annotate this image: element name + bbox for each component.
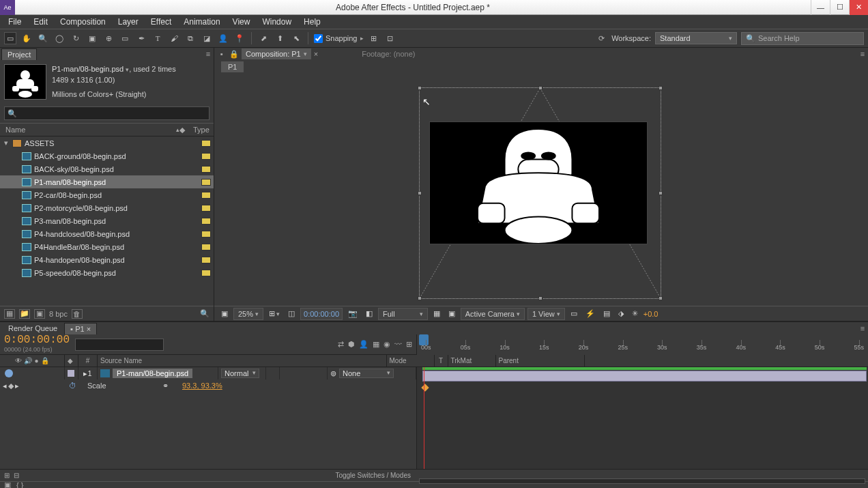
hand-tool[interactable]: ✋ [20, 32, 33, 44]
view-axis-icon[interactable]: ⬉ [290, 32, 302, 44]
viewer-timecode[interactable]: 0:00:00:00 [300, 308, 343, 320]
maximize-button[interactable]: ☐ [830, 0, 849, 15]
video-switch-icon[interactable]: 👁 [15, 357, 22, 364]
3d-view-icon[interactable]: ▣ [446, 308, 458, 319]
search-help-input[interactable]: 🔍 Search Help [741, 32, 864, 45]
tab-close-icon[interactable]: × [314, 50, 318, 58]
type-tool[interactable]: T [151, 32, 164, 44]
region-icon[interactable]: ▣ [218, 308, 231, 319]
collapse-icon[interactable]: ⊟ [14, 472, 19, 479]
comp-panel-menu-icon[interactable]: ≡ [857, 50, 868, 58]
blend-mode-select[interactable]: Normal▾ [221, 369, 259, 378]
asset-row[interactable]: P4-handopen/08-begin.psd [0, 253, 214, 266]
menu-edit[interactable]: Edit [28, 16, 53, 28]
asset-row[interactable]: P2-motorcycle/08-begin.psd [0, 201, 214, 214]
reset-exposure-icon[interactable]: ✳ [629, 308, 641, 319]
project-search-input[interactable]: 🔍 [4, 106, 209, 120]
mask-icon[interactable]: ◫ [285, 308, 298, 319]
timeline-timecode[interactable]: 0:00:00:00 00000 (24.00 fps) [4, 335, 70, 354]
composition-viewer[interactable]: ↖ [214, 74, 868, 306]
pan-behind-tool[interactable]: ⊕ [102, 32, 115, 44]
exposure-value[interactable]: +0.0 [643, 310, 659, 318]
col-label-header[interactable]: ◆ [179, 126, 193, 134]
camera-select[interactable]: Active Camera▾ [461, 308, 525, 320]
snap-option-icon[interactable]: ⊞ [368, 32, 380, 44]
lock-icon-2[interactable]: 🔒 [229, 50, 239, 59]
asset-row[interactable]: P2-car/08-begin.psd [0, 188, 214, 201]
lock-icon[interactable]: ▪ [217, 50, 227, 58]
workspace-select[interactable]: Standard▾ [655, 32, 737, 44]
add-keyframe-icon[interactable]: ◆ [7, 382, 15, 390]
transparency-icon[interactable]: ▦ [431, 308, 443, 319]
menu-effect[interactable]: Effect [145, 16, 177, 28]
eraser-tool[interactable]: ◪ [201, 32, 213, 44]
fast-preview-icon[interactable]: ⚡ [583, 308, 598, 319]
timeline-comp-tab[interactable]: ▪ P1 × [64, 323, 97, 334]
timeline-icon[interactable]: ▤ [601, 308, 613, 319]
sync-settings-icon[interactable]: ⟳ [595, 32, 607, 44]
new-comp-icon[interactable]: ▣ [34, 309, 45, 319]
toggle-switches-button[interactable]: Toggle Switches / Modes [335, 472, 411, 479]
video-eye-icon[interactable] [5, 369, 13, 377]
resolution-select[interactable]: Full▾ [378, 308, 428, 320]
roto-tool[interactable]: 👤 [217, 32, 229, 44]
new-folder-icon[interactable]: 📁 [19, 309, 30, 319]
parent-col-header[interactable]: Parent [496, 355, 585, 367]
views-select[interactable]: 1 View▾ [527, 308, 565, 320]
footage-tab[interactable]: Footage: (none) [362, 50, 415, 58]
status-icon-1[interactable]: ▣ [4, 480, 11, 488]
comp-mini-flowchart-icon[interactable]: ⇄ [338, 340, 344, 349]
snapping-checkbox[interactable] [314, 34, 323, 43]
camera-tool[interactable]: ▣ [86, 32, 98, 44]
time-ruler[interactable]: 00s05s10s15s20s25s30s35s40s45s50s55s [416, 334, 868, 355]
snapshot-icon[interactable]: 📷 [345, 308, 360, 319]
keyframe-icon[interactable] [421, 384, 429, 391]
asset-row[interactable]: BACK-sky/08-begin.psd [0, 162, 214, 175]
property-row[interactable]: ◂ ◆ ▸ ⏱ Scale ⚭ 93.3, 93.3% [0, 379, 416, 392]
zoom-tool[interactable]: 🔍 [37, 32, 49, 44]
col-name-header[interactable]: Name [5, 126, 176, 134]
composition-tab[interactable]: Composition: P1 ▾ [242, 48, 311, 59]
asset-row-selected[interactable]: P1-man/08-begin.psd [0, 175, 214, 188]
menu-view[interactable]: View [227, 16, 256, 28]
source-col-header[interactable]: Source Name [98, 355, 387, 367]
status-icon-2[interactable]: { } [16, 481, 23, 489]
stopwatch-icon[interactable]: ⏱ [69, 382, 76, 390]
layer-duration-bar[interactable] [422, 371, 867, 382]
trkmat-col-header[interactable]: TrkMat [448, 355, 496, 367]
search-footer-icon[interactable]: 🔍 [200, 309, 209, 318]
render-queue-tab[interactable]: Render Queue [3, 323, 63, 334]
zoom-slider[interactable] [419, 478, 865, 484]
panel-menu-icon[interactable]: ≡ [203, 50, 214, 58]
next-keyframe-icon[interactable]: ▸ [15, 382, 19, 390]
menu-window[interactable]: Window [257, 16, 297, 28]
asset-row[interactable]: P3-man/08-begin.psd [0, 214, 214, 227]
bpc-label[interactable]: 8 bpc [49, 310, 68, 318]
interpret-footage-icon[interactable]: ▦ [4, 309, 15, 319]
pen-tool[interactable]: ✒ [135, 32, 147, 44]
close-button[interactable]: ✕ [849, 0, 868, 15]
layer-row[interactable]: ▸1 P1-man/08-begin.psd Normal▾ ⊚None▾ [0, 367, 416, 379]
grid-icon[interactable]: ⊞▾ [266, 308, 283, 319]
brainstorm-icon[interactable]: ⊞ [406, 340, 412, 349]
timeline-track-area[interactable] [416, 367, 868, 469]
label-swatch[interactable] [68, 370, 74, 377]
minimize-button[interactable]: — [811, 0, 830, 15]
col-type-header[interactable]: Type [193, 126, 214, 134]
frame-blend-icon[interactable]: ▦ [373, 340, 379, 349]
asset-row[interactable]: P4HandleBar/08-begin.psd [0, 240, 214, 253]
brush-tool[interactable]: 🖌 [168, 32, 180, 44]
motion-blur-icon[interactable]: ◉ [384, 340, 390, 349]
puppet-tool[interactable]: 📍 [233, 32, 246, 44]
work-area-bar[interactable] [422, 367, 867, 370]
snap-option2-icon[interactable]: ⊡ [384, 32, 396, 44]
expand-icon[interactable]: ⊞ [4, 472, 10, 479]
snapping-toggle[interactable]: Snapping ▸ [314, 34, 364, 43]
folder-row[interactable]: ▾ ASSETS [0, 137, 214, 149]
draft3d-icon[interactable]: ⬢ [348, 340, 355, 349]
menu-composition[interactable]: Composition [55, 16, 111, 28]
constrain-icon[interactable]: ⚭ [162, 382, 169, 390]
asset-row[interactable]: BACK-ground/08-begin.psd [0, 149, 214, 162]
solo-switch-icon[interactable]: ● [34, 357, 38, 364]
orbit-tool[interactable]: ◯ [53, 32, 66, 44]
